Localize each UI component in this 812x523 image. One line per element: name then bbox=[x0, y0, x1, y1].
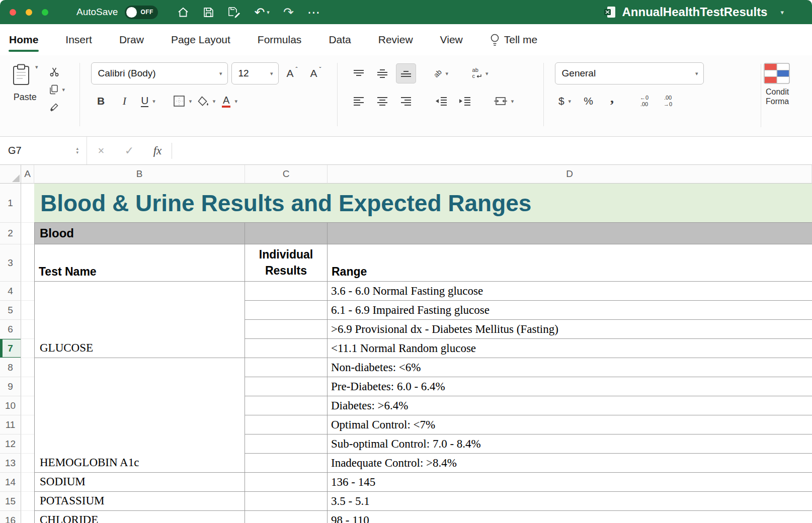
italic-button[interactable]: I bbox=[115, 91, 135, 111]
underline-button[interactable]: U ▾ bbox=[138, 91, 158, 111]
row-header-10[interactable]: 10 bbox=[0, 396, 21, 415]
zoom-button[interactable] bbox=[42, 9, 48, 16]
cell-A7[interactable] bbox=[21, 339, 34, 358]
home-button[interactable] bbox=[177, 7, 189, 18]
save-as-button[interactable] bbox=[228, 6, 240, 18]
cell-C7[interactable] bbox=[245, 339, 328, 358]
cancel-button[interactable]: × bbox=[87, 137, 115, 164]
row-header-6[interactable]: 6 bbox=[0, 320, 21, 339]
close-button[interactable] bbox=[10, 9, 16, 16]
cell-D10[interactable]: Diabetes: >6.4% bbox=[328, 396, 812, 415]
row-header-7[interactable]: 7 bbox=[0, 339, 21, 358]
cell-B2[interactable]: Blood bbox=[34, 223, 245, 244]
cell-D7[interactable]: <11.1 Normal Random glucose bbox=[328, 339, 812, 358]
decrease-decimal-button[interactable]: .00 →0 bbox=[658, 91, 678, 111]
font-size-select[interactable]: 12 ▾ bbox=[231, 62, 279, 84]
tab-formulas[interactable]: Formulas bbox=[258, 24, 302, 55]
row-header-14[interactable]: 14 bbox=[0, 473, 21, 492]
bold-button[interactable]: B bbox=[91, 91, 111, 111]
cell-C4[interactable] bbox=[245, 282, 328, 301]
cell-C10[interactable] bbox=[245, 396, 328, 415]
align-bottom-button[interactable] bbox=[396, 63, 416, 83]
cell-D12[interactable]: Sub-optimal Control: 7.0 - 8.4% bbox=[328, 434, 812, 454]
undo-dropdown-chevron[interactable]: ▾ bbox=[267, 9, 270, 16]
cell-D14[interactable]: 136 - 145 bbox=[328, 473, 812, 492]
cell-A10[interactable] bbox=[21, 396, 34, 415]
copy-dropdown-chevron[interactable]: ▾ bbox=[62, 86, 65, 93]
row-header-16[interactable]: 16 bbox=[0, 511, 21, 523]
document-title-chevron-icon[interactable]: ▾ bbox=[780, 9, 784, 16]
more-commands-button[interactable]: ⋯ bbox=[307, 6, 320, 19]
cell-C5[interactable] bbox=[245, 301, 328, 320]
cell-C9[interactable] bbox=[245, 377, 328, 396]
format-painter-button[interactable] bbox=[48, 99, 68, 115]
cell-D6[interactable]: >6.9 Provisional dx - Diabetes Mellitus … bbox=[328, 320, 812, 339]
column-header-D[interactable]: D bbox=[328, 165, 812, 184]
accounting-chevron[interactable]: ▾ bbox=[569, 98, 572, 105]
accounting-format-button[interactable]: $ ▾ bbox=[555, 91, 575, 111]
cell-D11[interactable]: Optimal Control: <7% bbox=[328, 415, 812, 434]
column-header-A[interactable]: A bbox=[21, 165, 34, 184]
cell-A12[interactable] bbox=[21, 434, 34, 454]
tab-data[interactable]: Data bbox=[329, 24, 351, 55]
cell-D16[interactable]: 98 - 110 bbox=[328, 511, 812, 523]
tab-draw[interactable]: Draw bbox=[119, 24, 144, 55]
formula-input[interactable] bbox=[172, 137, 812, 164]
align-right-button[interactable] bbox=[396, 91, 416, 111]
increase-indent-button[interactable] bbox=[455, 91, 475, 111]
row-header-1[interactable]: 1 bbox=[0, 184, 21, 223]
cell-D8[interactable]: Non-diabetes: <6% bbox=[328, 358, 812, 377]
cell-C16[interactable] bbox=[245, 511, 328, 523]
select-all-corner[interactable] bbox=[0, 165, 21, 184]
borders-button[interactable]: ▾ bbox=[173, 91, 193, 111]
cell-A11[interactable] bbox=[21, 415, 34, 434]
fill-color-chevron[interactable]: ▾ bbox=[213, 98, 216, 105]
cell-A4[interactable] bbox=[21, 282, 34, 301]
align-middle-button[interactable] bbox=[372, 63, 392, 83]
row-header-9[interactable]: 9 bbox=[0, 377, 21, 396]
document-title[interactable]: AnnualHealthTestResults bbox=[622, 5, 768, 19]
cell-B4[interactable]: GLUCOSE bbox=[34, 282, 245, 358]
row-header-2[interactable]: 2 bbox=[0, 223, 21, 244]
cell-C12[interactable] bbox=[245, 434, 328, 454]
fill-color-button[interactable]: ▾ bbox=[196, 91, 216, 111]
autosave-toggle[interactable]: OFF bbox=[125, 6, 158, 19]
font-color-button[interactable]: A ▾ bbox=[220, 91, 240, 111]
tab-home[interactable]: Home bbox=[9, 24, 38, 55]
cell-D2[interactable] bbox=[328, 223, 812, 244]
font-name-select[interactable]: Calibri (Body) ▾ bbox=[91, 62, 228, 84]
underline-chevron[interactable]: ▾ bbox=[152, 98, 155, 105]
insert-function-button[interactable]: fx bbox=[143, 137, 172, 164]
cell-A5[interactable] bbox=[21, 301, 34, 320]
percent-style-button[interactable]: % bbox=[579, 91, 599, 111]
cell-D9[interactable]: Pre-Diabetes: 6.0 - 6.4% bbox=[328, 377, 812, 396]
cell-A16[interactable] bbox=[21, 511, 34, 523]
tab-page-layout[interactable]: Page Layout bbox=[171, 24, 230, 55]
number-format-select[interactable]: General ▾ bbox=[555, 62, 704, 84]
cell-C11[interactable] bbox=[245, 415, 328, 434]
cell-C14[interactable] bbox=[245, 473, 328, 492]
cell-A9[interactable] bbox=[21, 377, 34, 396]
cell-C6[interactable] bbox=[245, 320, 328, 339]
cell-A1[interactable] bbox=[21, 184, 34, 223]
column-header-B[interactable]: B bbox=[34, 165, 245, 184]
undo-button[interactable]: ↶ ▾ bbox=[254, 6, 269, 19]
row-header-13[interactable]: 13 bbox=[0, 454, 21, 473]
cell-A15[interactable] bbox=[21, 492, 34, 511]
cut-button[interactable] bbox=[48, 64, 68, 80]
minimize-button[interactable] bbox=[26, 9, 32, 16]
redo-button[interactable]: ↷ bbox=[283, 6, 294, 19]
cell-B15[interactable]: POTASSIUM bbox=[34, 492, 245, 511]
cell-D15[interactable]: 3.5 - 5.1 bbox=[328, 492, 812, 511]
tab-view[interactable]: View bbox=[440, 24, 463, 55]
cell-D13[interactable]: Inadequate Control: >8.4% bbox=[328, 454, 812, 473]
row-header-5[interactable]: 5 bbox=[0, 301, 21, 320]
align-top-button[interactable] bbox=[349, 63, 369, 83]
row-header-8[interactable]: 8 bbox=[0, 358, 21, 377]
tab-insert[interactable]: Insert bbox=[65, 24, 92, 55]
row-header-3[interactable]: 3 bbox=[0, 244, 21, 282]
orientation-button[interactable]: ab ▾ bbox=[431, 63, 451, 83]
cell-B8[interactable]: HEMOGLOBIN A1c bbox=[34, 358, 245, 473]
cell-B1-title[interactable]: Blood & Urine Results and Expected Range… bbox=[34, 184, 812, 223]
merge-center-button[interactable]: ▾ bbox=[494, 91, 514, 111]
